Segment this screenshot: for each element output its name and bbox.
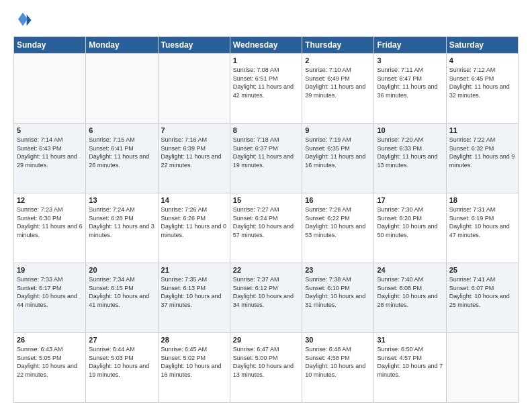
cell-info: Sunrise: 7:10 AM Sunset: 6:49 PM Dayligh…	[305, 66, 371, 99]
calendar-cell	[446, 333, 518, 403]
cell-info: Sunrise: 7:14 AM Sunset: 6:43 PM Dayligh…	[17, 136, 83, 169]
weekday-header-friday: Friday	[374, 37, 446, 54]
day-number: 7	[161, 126, 227, 134]
day-number: 5	[17, 126, 83, 134]
day-number: 29	[233, 336, 299, 344]
calendar-cell: 2Sunrise: 7:10 AM Sunset: 6:49 PM Daylig…	[302, 54, 374, 124]
weekday-header-monday: Monday	[86, 37, 158, 54]
cell-info: Sunrise: 7:31 AM Sunset: 6:19 PM Dayligh…	[449, 205, 515, 239]
calendar-cell: 12Sunrise: 7:23 AM Sunset: 6:30 PM Dayli…	[14, 193, 86, 263]
cell-info: Sunrise: 7:34 AM Sunset: 6:15 PM Dayligh…	[89, 275, 154, 309]
calendar-cell: 3Sunrise: 7:11 AM Sunset: 6:47 PM Daylig…	[374, 54, 446, 124]
day-number: 26	[17, 336, 83, 344]
calendar-cell: 23Sunrise: 7:38 AM Sunset: 6:10 PM Dayli…	[302, 263, 374, 333]
svg-marker-0	[27, 15, 32, 26]
logo-icon	[13, 11, 32, 30]
day-number: 22	[233, 266, 299, 274]
day-number: 4	[449, 56, 515, 64]
day-number: 2	[305, 56, 371, 64]
day-number: 1	[233, 56, 299, 64]
calendar-cell: 15Sunrise: 7:27 AM Sunset: 6:24 PM Dayli…	[230, 193, 302, 263]
calendar-cell: 28Sunrise: 6:45 AM Sunset: 5:02 PM Dayli…	[158, 333, 230, 403]
weekday-header-sunday: Sunday	[14, 37, 86, 54]
day-number: 20	[89, 266, 154, 274]
calendar-cell: 22Sunrise: 7:37 AM Sunset: 6:12 PM Dayli…	[230, 263, 302, 333]
cell-info: Sunrise: 7:20 AM Sunset: 6:33 PM Dayligh…	[377, 136, 443, 169]
calendar-cell	[158, 54, 230, 124]
cell-info: Sunrise: 7:41 AM Sunset: 6:07 PM Dayligh…	[449, 275, 515, 309]
cell-info: Sunrise: 7:08 AM Sunset: 6:51 PM Dayligh…	[233, 66, 299, 99]
calendar-cell: 5Sunrise: 7:14 AM Sunset: 6:43 PM Daylig…	[14, 124, 86, 193]
calendar-cell: 27Sunrise: 6:44 AM Sunset: 5:03 PM Dayli…	[86, 333, 158, 403]
day-number: 3	[377, 56, 443, 64]
cell-info: Sunrise: 7:22 AM Sunset: 6:32 PM Dayligh…	[449, 136, 515, 169]
cell-info: Sunrise: 6:44 AM Sunset: 5:03 PM Dayligh…	[89, 345, 154, 379]
calendar-week-2: 5Sunrise: 7:14 AM Sunset: 6:43 PM Daylig…	[14, 124, 519, 193]
calendar-body: 1Sunrise: 7:08 AM Sunset: 6:51 PM Daylig…	[14, 54, 519, 403]
cell-info: Sunrise: 7:28 AM Sunset: 6:22 PM Dayligh…	[305, 205, 371, 239]
calendar-cell: 10Sunrise: 7:20 AM Sunset: 6:33 PM Dayli…	[374, 124, 446, 193]
calendar-cell: 4Sunrise: 7:12 AM Sunset: 6:45 PM Daylig…	[446, 54, 518, 124]
cell-info: Sunrise: 7:38 AM Sunset: 6:10 PM Dayligh…	[305, 275, 371, 309]
calendar-cell: 31Sunrise: 6:50 AM Sunset: 4:57 PM Dayli…	[374, 333, 446, 403]
weekday-header-wednesday: Wednesday	[230, 37, 302, 54]
calendar-cell: 13Sunrise: 7:24 AM Sunset: 6:28 PM Dayli…	[86, 193, 158, 263]
day-number: 30	[305, 336, 371, 344]
cell-info: Sunrise: 7:15 AM Sunset: 6:41 PM Dayligh…	[89, 136, 154, 169]
day-number: 17	[377, 196, 443, 204]
cell-info: Sunrise: 6:50 AM Sunset: 4:57 PM Dayligh…	[377, 345, 443, 379]
calendar-cell: 20Sunrise: 7:34 AM Sunset: 6:15 PM Dayli…	[86, 263, 158, 333]
day-number: 9	[305, 126, 371, 134]
calendar-cell: 11Sunrise: 7:22 AM Sunset: 6:32 PM Dayli…	[446, 124, 518, 193]
logo	[13, 11, 35, 30]
day-number: 23	[305, 266, 371, 274]
cell-info: Sunrise: 7:30 AM Sunset: 6:20 PM Dayligh…	[377, 205, 443, 239]
cell-info: Sunrise: 6:48 AM Sunset: 4:58 PM Dayligh…	[305, 345, 371, 379]
header	[13, 11, 519, 30]
cell-info: Sunrise: 7:27 AM Sunset: 6:24 PM Dayligh…	[233, 205, 299, 239]
calendar-cell: 9Sunrise: 7:19 AM Sunset: 6:35 PM Daylig…	[302, 124, 374, 193]
calendar-cell	[14, 54, 86, 124]
day-number: 27	[89, 336, 154, 344]
calendar-cell: 14Sunrise: 7:26 AM Sunset: 6:26 PM Dayli…	[158, 193, 230, 263]
cell-info: Sunrise: 7:19 AM Sunset: 6:35 PM Dayligh…	[305, 136, 371, 169]
day-number: 15	[233, 196, 299, 204]
page: SundayMondayTuesdayWednesdayThursdayFrid…	[0, 0, 532, 411]
day-number: 8	[233, 126, 299, 134]
cell-info: Sunrise: 7:33 AM Sunset: 6:17 PM Dayligh…	[17, 275, 83, 309]
svg-marker-1	[18, 13, 28, 26]
day-number: 24	[377, 266, 443, 274]
cell-info: Sunrise: 6:47 AM Sunset: 5:00 PM Dayligh…	[233, 345, 299, 379]
calendar-cell: 1Sunrise: 7:08 AM Sunset: 6:51 PM Daylig…	[230, 54, 302, 124]
calendar-week-1: 1Sunrise: 7:08 AM Sunset: 6:51 PM Daylig…	[14, 54, 519, 124]
day-number: 12	[17, 196, 83, 204]
calendar-cell: 6Sunrise: 7:15 AM Sunset: 6:41 PM Daylig…	[86, 124, 158, 193]
calendar-week-3: 12Sunrise: 7:23 AM Sunset: 6:30 PM Dayli…	[14, 193, 519, 263]
calendar-week-4: 19Sunrise: 7:33 AM Sunset: 6:17 PM Dayli…	[14, 263, 519, 333]
calendar-cell: 16Sunrise: 7:28 AM Sunset: 6:22 PM Dayli…	[302, 193, 374, 263]
cell-info: Sunrise: 7:11 AM Sunset: 6:47 PM Dayligh…	[377, 66, 443, 99]
calendar-cell: 26Sunrise: 6:43 AM Sunset: 5:05 PM Dayli…	[14, 333, 86, 403]
calendar-cell	[86, 54, 158, 124]
cell-info: Sunrise: 7:37 AM Sunset: 6:12 PM Dayligh…	[233, 275, 299, 309]
day-number: 31	[377, 336, 443, 344]
day-number: 25	[449, 266, 515, 274]
day-number: 14	[161, 196, 227, 204]
day-number: 28	[161, 336, 227, 344]
day-number: 13	[89, 196, 154, 204]
cell-info: Sunrise: 7:35 AM Sunset: 6:13 PM Dayligh…	[161, 275, 227, 309]
day-number: 18	[449, 196, 515, 204]
calendar-header: SundayMondayTuesdayWednesdayThursdayFrid…	[14, 37, 519, 54]
cell-info: Sunrise: 7:16 AM Sunset: 6:39 PM Dayligh…	[161, 136, 227, 169]
weekday-header-thursday: Thursday	[302, 37, 374, 54]
cell-info: Sunrise: 7:23 AM Sunset: 6:30 PM Dayligh…	[17, 205, 83, 239]
cell-info: Sunrise: 7:18 AM Sunset: 6:37 PM Dayligh…	[233, 136, 299, 169]
cell-info: Sunrise: 6:45 AM Sunset: 5:02 PM Dayligh…	[161, 345, 227, 379]
day-number: 10	[377, 126, 443, 134]
calendar-table: SundayMondayTuesdayWednesdayThursdayFrid…	[13, 36, 519, 403]
calendar-cell: 21Sunrise: 7:35 AM Sunset: 6:13 PM Dayli…	[158, 263, 230, 333]
calendar-cell: 7Sunrise: 7:16 AM Sunset: 6:39 PM Daylig…	[158, 124, 230, 193]
day-number: 6	[89, 126, 154, 134]
cell-info: Sunrise: 7:12 AM Sunset: 6:45 PM Dayligh…	[449, 66, 515, 99]
weekday-header-saturday: Saturday	[446, 37, 518, 54]
